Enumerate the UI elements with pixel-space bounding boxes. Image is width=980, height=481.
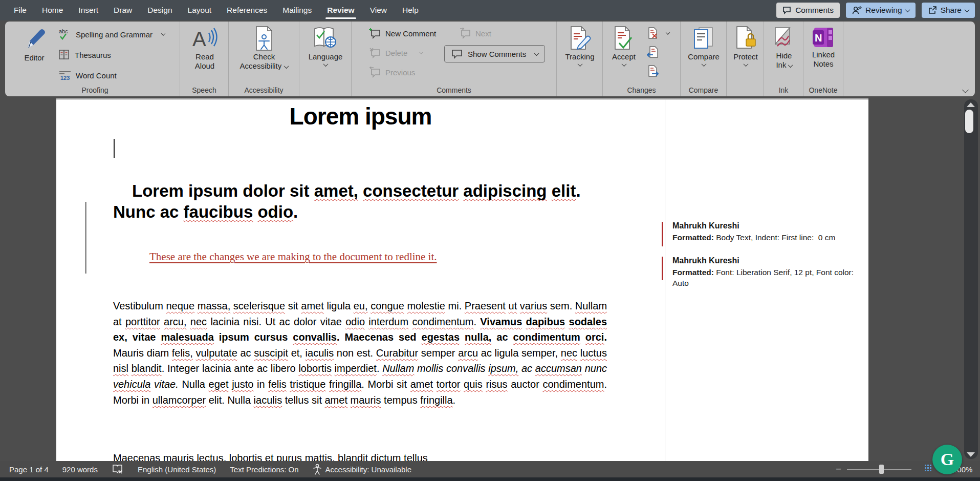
chevron-down-icon[interactable] [666, 30, 670, 34]
compare-label: Compare [688, 52, 720, 61]
tracking-button[interactable]: Tracking [562, 26, 597, 67]
compare-button[interactable]: Compare [687, 26, 721, 67]
reviewing-button[interactable]: Reviewing [846, 3, 916, 18]
revision-card[interactable]: Mahrukh Kureshi Formatted: Font: Liberat… [672, 255, 862, 288]
read-aloud-button[interactable]: A Read Aloud [187, 26, 223, 71]
tab-view[interactable]: View [362, 0, 395, 20]
vertical-scrollbar[interactable] [962, 98, 980, 461]
editor-button[interactable]: Editor [17, 26, 51, 62]
word-count-button[interactable]: 123 Word Count [58, 69, 117, 82]
tab-review[interactable]: Review [319, 0, 362, 20]
scroll-up-icon[interactable] [967, 102, 975, 107]
svg-text:123: 123 [60, 75, 70, 81]
tab-design[interactable]: Design [140, 0, 180, 20]
linked-notes-button[interactable]: N Linked Notes [809, 26, 838, 69]
previous-change-button[interactable] [647, 46, 659, 59]
tab-help[interactable]: Help [395, 0, 426, 20]
tab-draw[interactable]: Draw [106, 0, 140, 20]
tab-insert[interactable]: Insert [71, 0, 106, 20]
spelling-abc-check-icon: abc [58, 28, 72, 40]
tab-home[interactable]: Home [34, 0, 71, 20]
share-icon [928, 6, 937, 14]
text-predictions-indicator[interactable]: Text Predictions: On [230, 465, 298, 474]
reviewing-person-icon [852, 6, 862, 15]
next-comment-button: Next [459, 27, 491, 40]
scroll-down-icon[interactable] [967, 452, 975, 457]
svg-text:N: N [815, 32, 822, 44]
zoom-slider-handle[interactable] [879, 465, 884, 474]
collapse-ribbon-icon[interactable] [962, 87, 969, 93]
accept-button[interactable]: Accept [608, 26, 640, 67]
tab-layout[interactable]: Layout [180, 0, 220, 20]
chevron-down-icon [905, 7, 910, 12]
document-heading: Lorem ipsum dolor sit amet, consectetur … [113, 180, 599, 222]
revision-author: Mahrukh Kureshi [672, 220, 862, 231]
chevron-down-icon [701, 61, 706, 67]
tracked-change-bar [85, 202, 86, 274]
scrollbar-thumb[interactable] [965, 110, 973, 133]
spelling-grammar-button[interactable]: abc Spelling and Grammar [58, 28, 165, 41]
check-accessibility-icon [252, 26, 276, 51]
revision-card[interactable]: Mahrukh Kureshi Formatted: Body Text, In… [672, 220, 862, 243]
previous-change-icon [647, 46, 659, 58]
document-workspace: Lorem ipsum Lorem ipsum dolor sit amet, … [0, 98, 980, 461]
protect-lock-icon [734, 26, 757, 51]
zoom-out-button[interactable]: − [836, 461, 841, 477]
ribbon-group-accessibility: Check Accessibility Accessibility [229, 22, 299, 96]
language-globe-icon [313, 26, 338, 51]
tracking-label: Tracking [565, 52, 595, 61]
svg-text:A: A [192, 28, 206, 50]
protect-button[interactable]: Protect [731, 26, 760, 67]
reject-change-icon [647, 27, 659, 39]
ribbon-group-changes: Accept [603, 22, 681, 96]
reject-change-button[interactable] [647, 27, 669, 40]
grammarly-icon: G [941, 450, 954, 469]
chevron-down-icon[interactable] [161, 31, 165, 35]
word-count-indicator[interactable]: 920 words [62, 465, 98, 474]
revision-bar [662, 222, 663, 246]
page-indicator[interactable]: Page 1 of 4 [9, 465, 49, 474]
grammarly-drag-handle-icon[interactable] [924, 464, 931, 471]
chevron-down-icon[interactable] [534, 51, 539, 56]
show-comments-button[interactable]: Show Comments [444, 45, 545, 62]
document-body-paragraph: Vestibulum neque massa, scelerisque sit … [113, 298, 607, 408]
language-indicator[interactable]: English (United States) [138, 465, 216, 474]
delete-comment-icon [369, 47, 381, 58]
document-page[interactable]: Lorem ipsum Lorem ipsum dolor sit amet, … [56, 98, 665, 461]
accessibility-status[interactable]: Accessibility: Unavailable [313, 464, 411, 475]
comments-button[interactable]: Comments [776, 3, 840, 18]
status-bar: Page 1 of 4 920 words English (United St… [0, 461, 980, 477]
next-change-button[interactable] [647, 65, 659, 78]
ribbon-group-language: Language [299, 22, 352, 96]
new-comment-button[interactable]: New Comment [369, 27, 436, 40]
delete-comment-button: Delete [369, 46, 423, 59]
document-title: Lorem ipsum [56, 102, 665, 130]
proofing-status-icon[interactable] [112, 464, 124, 475]
language-button[interactable]: Language [308, 26, 343, 67]
grammarly-widget[interactable]: G [932, 445, 962, 474]
next-comment-label: Next [475, 29, 491, 38]
scrollbar-track[interactable] [964, 99, 978, 459]
tab-mailings[interactable]: Mailings [275, 0, 319, 20]
tab-references[interactable]: References [219, 0, 275, 20]
delete-comment-label: Delete [385, 49, 407, 57]
check-accessibility-button[interactable]: Check Accessibility [238, 26, 290, 71]
changes-group-label: Changes [603, 86, 680, 94]
word-window: FileHomeInsertDrawDesignLayoutReferences… [0, 0, 980, 481]
share-button-label: Share [941, 6, 962, 15]
protect-label: Protect [733, 52, 758, 61]
text-caret [114, 139, 115, 158]
chevron-down-icon [323, 61, 328, 67]
onenote-group-label: OneNote [803, 86, 843, 94]
share-button[interactable]: Share [922, 3, 975, 18]
hide-ink-button[interactable]: Hide Ink [771, 26, 797, 70]
comments-group-label: Comments [352, 86, 556, 94]
tab-file[interactable]: File [6, 0, 34, 20]
revision-text: Formatted: Font: Liberation Serif, 12 pt… [672, 267, 862, 288]
chevron-down-icon [284, 64, 289, 69]
thesaurus-button[interactable]: Thesaurus [58, 48, 111, 61]
new-comment-label: New Comment [385, 29, 436, 38]
previous-comment-label: Previous [385, 68, 415, 77]
titlebar-buttons: Comments Reviewing [776, 3, 975, 18]
word-count-label: Word Count [76, 71, 117, 80]
